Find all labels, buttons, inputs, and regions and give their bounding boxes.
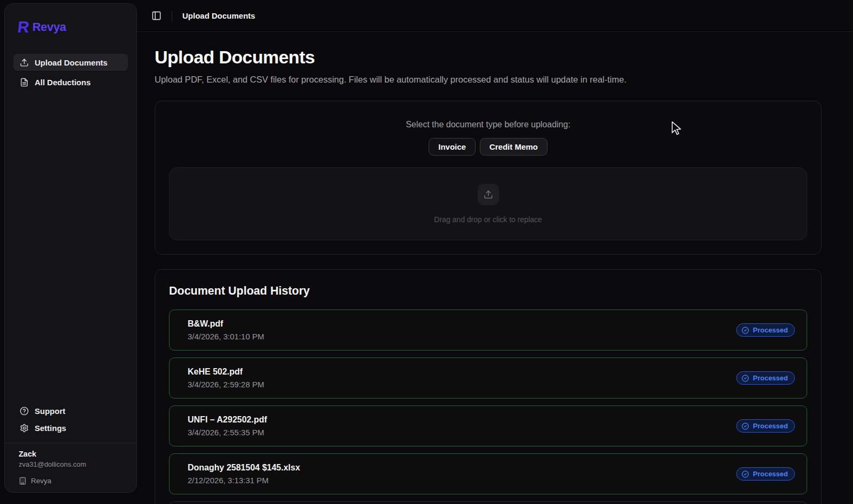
page-content: Upload Documents Upload PDF, Excel, and … (137, 32, 853, 504)
sidebar-toggle-icon[interactable] (151, 11, 162, 21)
history-row-info: KeHE 502.pdf 3/4/2026, 2:59:28 PM (188, 367, 264, 389)
upload-timestamp: 3/4/2026, 3:01:10 PM (188, 332, 264, 341)
sidebar-item-label: Support (35, 407, 66, 416)
page-title: Upload Documents (155, 47, 822, 68)
organization-name: Revya (31, 477, 51, 485)
file-name: KeHE 502.pdf (188, 367, 264, 377)
sidebar-nav: Upload Documents All Deductions (13, 54, 128, 91)
file-name: UNFI – A292502.pdf (188, 415, 267, 425)
history-card: Document Upload History B&W.pdf 3/4/2026… (155, 269, 822, 504)
status-label: Processed (753, 422, 788, 430)
app-window: R Revya Upload Documents All Deductions (0, 0, 853, 504)
credit-memo-button[interactable]: Credit Memo (480, 138, 548, 156)
history-row[interactable]: UNFI – A292502.pdf 3/4/2026, 2:55:35 PM … (169, 405, 807, 446)
building-icon (19, 477, 27, 485)
topbar-divider (172, 11, 172, 21)
check-circle-icon (742, 470, 749, 478)
file-name: B&W.pdf (188, 319, 264, 329)
revya-logo-icon: R (17, 20, 30, 35)
help-circle-icon (20, 407, 29, 416)
organization: Revya (19, 477, 123, 485)
history-rows: B&W.pdf 3/4/2026, 3:01:10 PM Processed K… (169, 310, 807, 504)
check-circle-icon (742, 422, 749, 430)
status-badge: Processed (736, 371, 795, 385)
upload-timestamp: 3/4/2026, 2:55:35 PM (188, 428, 267, 437)
user-block[interactable]: Zack zva31@dollicons.com Revya (13, 443, 128, 485)
status-label: Processed (753, 326, 788, 334)
dropzone-hint: Drag and drop or click to replace (434, 215, 542, 224)
sidebar-item-all-deductions[interactable]: All Deductions (13, 74, 128, 91)
sidebar-item-support[interactable]: Support (13, 402, 128, 419)
history-row[interactable]: KeHE 502.pdf 3/4/2026, 2:59:28 PM Proces… (169, 357, 807, 399)
check-circle-icon (742, 375, 749, 382)
upload-timestamp: 3/4/2026, 2:59:28 PM (188, 380, 264, 389)
history-row-info: UNFI – A292502.pdf 3/4/2026, 2:55:35 PM (188, 415, 267, 437)
brand-name: Revya (33, 20, 66, 34)
upload-card: Select the document type before uploadin… (155, 101, 822, 255)
user-email: zva31@dollicons.com (19, 460, 123, 468)
main-area: Upload Documents Upload Documents Upload… (137, 0, 853, 504)
sidebar-footer: Support Settings Zack zva31@dollicons.co… (13, 402, 128, 485)
page-subtitle: Upload PDF, Excel, and CSV files for pro… (155, 75, 822, 85)
invoice-button[interactable]: Invoice (429, 138, 476, 156)
file-text-icon (20, 78, 29, 87)
user-name: Zack (19, 450, 123, 458)
history-row[interactable]: B&W.pdf 3/4/2026, 3:01:10 PM Processed (169, 310, 807, 351)
upload-icon (20, 58, 29, 67)
status-badge: Processed (736, 323, 795, 337)
history-title: Document Upload History (169, 284, 807, 298)
status-badge: Processed (736, 419, 795, 433)
history-row-info: Donaghy 2581504 $145.xlsx 2/12/2026, 3:1… (188, 463, 300, 485)
top-bar: Upload Documents (137, 0, 853, 32)
file-name: Donaghy 2581504 $145.xlsx (188, 463, 300, 473)
document-type-buttons: Invoice Credit Memo (169, 138, 807, 156)
check-circle-icon (742, 327, 749, 334)
dropzone-icon-box (478, 184, 499, 205)
upload-icon (484, 190, 493, 199)
sidebar-item-label: All Deductions (35, 78, 91, 87)
history-row-info: B&W.pdf 3/4/2026, 3:01:10 PM (188, 319, 264, 341)
document-type-prompt: Select the document type before uploadin… (169, 120, 807, 129)
status-badge: Processed (736, 467, 795, 481)
history-row[interactable]: Donaghy 2581504 $145.xlsx 2/12/2026, 3:1… (169, 453, 807, 494)
sidebar-item-label: Upload Documents (35, 58, 108, 67)
upload-timestamp: 2/12/2026, 3:13:31 PM (188, 476, 300, 485)
sidebar-item-settings[interactable]: Settings (13, 419, 128, 436)
breadcrumb: Upload Documents (182, 11, 255, 20)
sidebar: R Revya Upload Documents All Deductions (4, 3, 137, 493)
status-label: Processed (753, 374, 788, 382)
file-dropzone[interactable]: Drag and drop or click to replace (169, 167, 807, 240)
brand-logo: R Revya (13, 20, 128, 35)
sidebar-item-label: Settings (35, 424, 66, 433)
status-label: Processed (753, 470, 788, 478)
sidebar-item-upload-documents[interactable]: Upload Documents (13, 54, 128, 71)
history-row-partial (169, 501, 807, 504)
gear-icon (20, 424, 29, 433)
